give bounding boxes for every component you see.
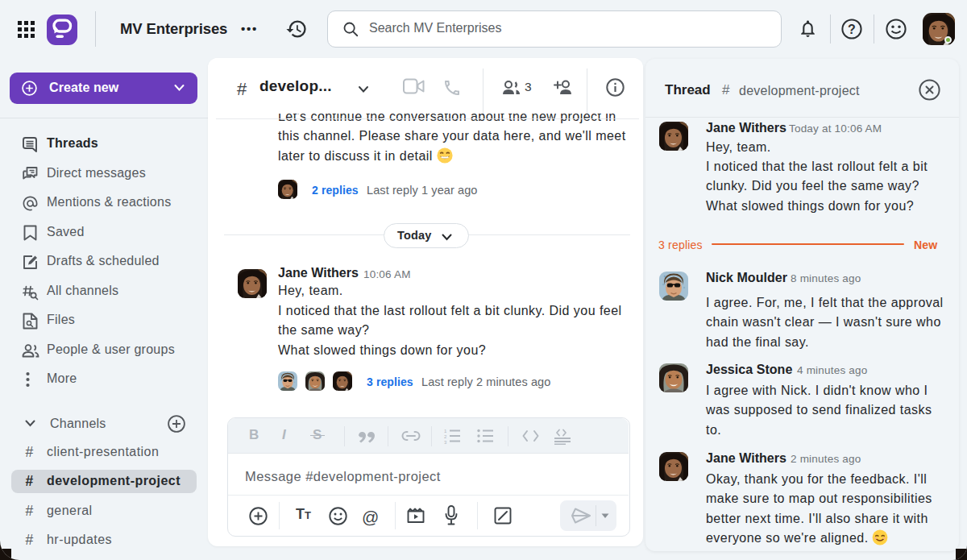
svg-text:1: 1 [444,429,447,433]
svg-text:?: ? [848,23,856,36]
svg-text:3: 3 [444,440,447,444]
svg-text:2: 2 [444,434,447,439]
